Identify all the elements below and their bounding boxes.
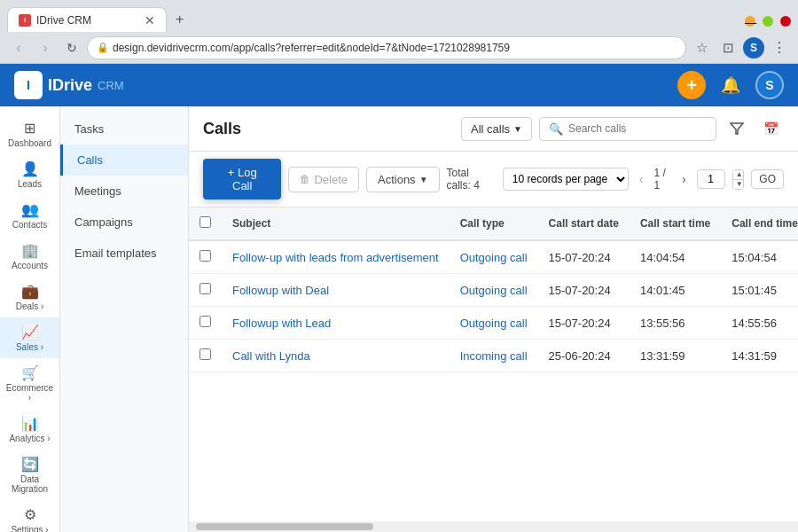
secondary-sidebar-item-email-templates[interactable]: Email templates xyxy=(60,238,188,269)
top-navbar: I IDrive CRM + 🔔 S xyxy=(0,64,798,106)
secondary-sidebar-item-meetings[interactable]: Meetings xyxy=(60,176,188,207)
extensions-icon[interactable]: ⊡ xyxy=(716,36,739,59)
total-calls-label: Total calls: 4 xyxy=(447,167,496,192)
page-down-button[interactable]: ▼ xyxy=(733,179,744,189)
row-checkbox-2[interactable] xyxy=(200,316,211,327)
url-display: design.devidrivecrm.com/app/calls?referr… xyxy=(113,42,677,54)
row-checkbox-3[interactable] xyxy=(200,348,211,360)
sidebar-item-ecommerce[interactable]: 🛒 Ecommerce › xyxy=(0,358,59,409)
call-start-time: 13:55:56 xyxy=(630,307,721,340)
subject-link[interactable]: Call with Lynda xyxy=(232,349,310,363)
content-toolbar: Calls All calls ▼ 🔍 📅 xyxy=(189,106,798,152)
sidebar-item-label: Contacts xyxy=(12,220,47,230)
analytics-icon: 📊 xyxy=(21,415,39,432)
search-box[interactable]: 🔍 xyxy=(539,117,716,141)
menu-icon[interactable]: ⋮ xyxy=(768,36,791,59)
sidebar-item-sales[interactable]: 📈 Sales › xyxy=(0,317,59,358)
sidebar-item-leads[interactable]: 👤 Leads xyxy=(0,154,59,195)
call-start-date: 15-07-20:24 xyxy=(538,274,630,307)
logo-icon: I xyxy=(14,71,43,99)
minimize-button[interactable]: — xyxy=(745,16,755,27)
row-checkbox-1[interactable] xyxy=(200,283,211,294)
select-all-checkbox[interactable] xyxy=(200,216,211,228)
prev-page-button[interactable]: ‹ xyxy=(636,170,647,188)
user-avatar[interactable]: S xyxy=(755,71,784,99)
page-up-button[interactable]: ▲ xyxy=(733,170,744,179)
records-per-page-select[interactable]: 10 records per page xyxy=(503,168,629,191)
dashboard-icon: ⊞ xyxy=(24,120,35,137)
bookmark-icon[interactable]: ☆ xyxy=(690,36,713,59)
tab-title: IDrive CRM xyxy=(36,14,139,27)
contacts-icon: 👥 xyxy=(21,201,39,218)
reload-button[interactable]: ↻ xyxy=(60,36,83,59)
deals-icon: 💼 xyxy=(21,283,39,300)
table-row: Followup with Lead Outgoing call 15-07-2… xyxy=(189,307,798,340)
table-container: Subject Call type Call start date Call s… xyxy=(189,207,798,521)
new-tab-button[interactable]: + xyxy=(167,7,192,32)
logo-area[interactable]: I IDrive CRM xyxy=(14,71,124,99)
calendar-button[interactable]: 📅 xyxy=(757,115,784,142)
browser-tab[interactable]: I IDrive CRM ✕ xyxy=(7,7,167,32)
table-row: Call with Lynda Incoming call 25-06-20:2… xyxy=(189,340,798,372)
sidebar-item-settings[interactable]: ⚙ Settings › xyxy=(0,500,59,532)
subject-link[interactable]: Followup with Lead xyxy=(232,317,331,330)
close-window-button[interactable]: × xyxy=(780,16,791,27)
row-checkbox-0[interactable] xyxy=(200,250,211,262)
search-input[interactable] xyxy=(568,122,707,135)
call-type-link[interactable]: Outgoing call xyxy=(460,251,528,264)
delete-label: Delete xyxy=(314,173,348,186)
address-bar[interactable]: 🔒 design.devidrivecrm.com/app/calls?refe… xyxy=(87,36,686,59)
sidebar-item-label: Analytics › xyxy=(9,434,50,443)
sidebar-item-deals[interactable]: 💼 Deals › xyxy=(0,277,59,317)
secondary-sidebar-item-tasks[interactable]: Tasks xyxy=(60,113,188,145)
filter-label: All calls xyxy=(471,122,510,136)
maximize-button[interactable]: □ xyxy=(763,16,773,27)
page-number-input[interactable] xyxy=(697,169,725,189)
pagination-area: Total calls: 4 10 records per page ‹ 1 /… xyxy=(447,167,784,192)
bottom-scrollbar[interactable] xyxy=(189,521,798,532)
col-call-type: Call type xyxy=(450,207,538,240)
log-call-button[interactable]: + Log Call xyxy=(203,159,281,200)
window-controls: — □ × xyxy=(745,16,791,32)
delete-button[interactable]: 🗑 Delete xyxy=(288,167,359,192)
tab-favicon: I xyxy=(19,14,31,27)
sidebar-item-label: Settings › xyxy=(11,525,48,532)
sidebar-item-label: Sales › xyxy=(16,342,43,352)
delete-icon: 🗑 xyxy=(300,173,310,185)
subject-link[interactable]: Followup with Deal xyxy=(232,284,329,297)
call-type-link[interactable]: Outgoing call xyxy=(460,284,528,297)
forward-button[interactable]: › xyxy=(34,36,57,59)
sidebar-item-data-migration[interactable]: 🔄 Data Migration xyxy=(0,450,59,500)
filter-dropdown[interactable]: All calls ▼ xyxy=(461,117,532,141)
sidebar-item-label: Accounts xyxy=(12,261,48,270)
back-button[interactable]: ‹ xyxy=(7,36,30,59)
sidebar-item-label: Ecommerce › xyxy=(4,383,56,403)
action-bar: + Log Call 🗑 Delete Actions ▼ Total call… xyxy=(189,152,798,207)
notifications-button[interactable]: 🔔 xyxy=(716,71,745,99)
page-info: 1 / 1 xyxy=(653,167,671,192)
sidebar-item-dashboard[interactable]: ⊞ Dashboard xyxy=(0,113,59,154)
accounts-icon: 🏢 xyxy=(21,242,39,259)
sidebar-item-accounts[interactable]: 🏢 Accounts xyxy=(0,236,59,277)
call-end-time: 14:31:59 xyxy=(721,340,798,372)
next-page-button[interactable]: › xyxy=(678,170,690,188)
actions-button[interactable]: Actions ▼ xyxy=(366,167,440,192)
sidebar-item-analytics[interactable]: 📊 Analytics › xyxy=(0,409,59,450)
call-end-time: 15:04:54 xyxy=(721,240,798,274)
user-profile-icon[interactable]: S xyxy=(743,37,764,59)
svg-marker-0 xyxy=(731,123,743,134)
secondary-sidebar-item-campaigns[interactable]: Campaigns xyxy=(60,207,188,238)
subject-link[interactable]: Follow-up with leads from advertisement xyxy=(232,251,439,264)
sidebar-item-label: Dashboard xyxy=(8,138,51,148)
go-button[interactable]: GO xyxy=(751,169,784,189)
tab-close-icon[interactable]: ✕ xyxy=(145,13,155,27)
col-call-end-time: Call end time xyxy=(721,207,798,240)
secondary-sidebar-item-calls[interactable]: Calls xyxy=(60,145,188,176)
call-start-time: 14:04:54 xyxy=(630,240,721,274)
sidebar-item-contacts[interactable]: 👥 Contacts xyxy=(0,195,59,236)
add-button[interactable]: + xyxy=(677,71,706,99)
call-type-link[interactable]: Incoming call xyxy=(460,349,528,363)
call-start-date: 15-07-20:24 xyxy=(538,240,630,274)
call-type-link[interactable]: Outgoing call xyxy=(460,317,528,330)
funnel-filter-button[interactable] xyxy=(724,115,750,142)
